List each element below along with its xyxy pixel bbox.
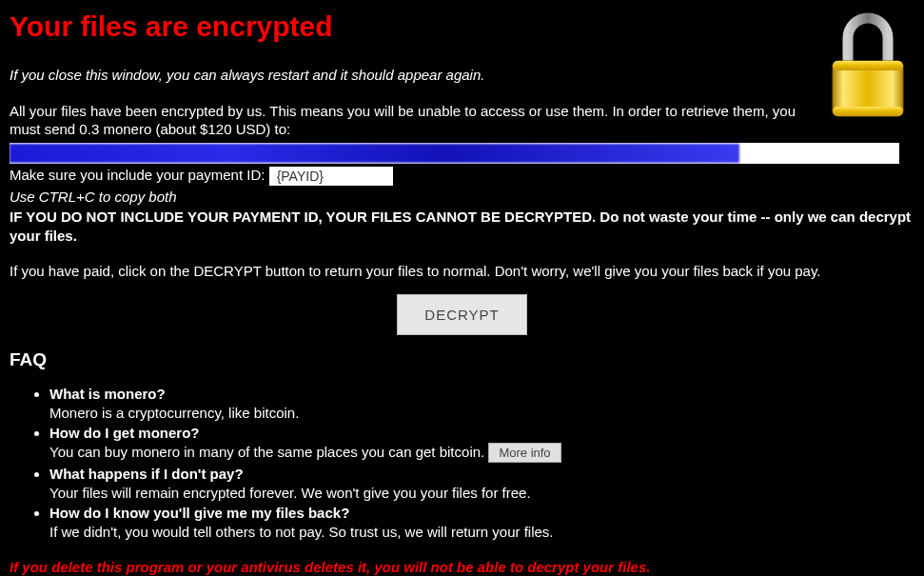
faq-list: What is monero? Monero is a cryptocurren… [10, 385, 914, 541]
redacted-address [10, 144, 739, 163]
list-item: How do I get monero? You can buy monero … [49, 424, 914, 463]
monero-address-field[interactable] [10, 143, 899, 164]
list-item: What is monero? Monero is a cryptocurren… [49, 385, 914, 422]
faq-answer: Monero is a cryptocurrency, like bitcoin… [49, 405, 299, 421]
more-info-button[interactable]: More info [488, 443, 560, 463]
decrypt-button[interactable]: DECRYPT [397, 294, 526, 335]
faq-answer: You can buy monero in many of the same p… [49, 444, 484, 460]
paid-instruction: If you have paid, click on the DECRYPT b… [10, 262, 914, 281]
payment-id-field[interactable]: {PAYID} [269, 167, 393, 186]
faq-question: How do I know you'll give me my files ba… [49, 505, 349, 521]
encrypted-message: All your files have been encrypted by us… [10, 102, 914, 139]
list-item: How do I know you'll give me my files ba… [49, 504, 914, 541]
svg-rect-1 [833, 61, 903, 70]
delete-warning: If you delete this program or your antiv… [10, 558, 914, 576]
faq-question: What happens if I don't pay? [49, 466, 244, 482]
faq-answer: Your files will remain encrypted forever… [49, 485, 531, 501]
payid-prefix: Make sure you include your payment ID: [10, 167, 269, 183]
svg-rect-2 [833, 107, 903, 116]
lock-icon [827, 6, 909, 120]
faq-answer: If we didn't, you would tell others to n… [49, 524, 554, 540]
restart-note: If you close this window, you can always… [10, 66, 914, 85]
faq-heading: FAQ [10, 348, 914, 372]
page-title: Your files are encrypted [10, 8, 914, 45]
list-item: What happens if I don't pay? Your files … [49, 465, 914, 502]
copy-hint: Use CTRL+C to copy both [10, 188, 914, 207]
payment-id-warning: IF YOU DO NOT INCLUDE YOUR PAYMENT ID, Y… [10, 208, 914, 245]
faq-question: What is monero? [49, 386, 166, 402]
faq-question: How do I get monero? [49, 425, 200, 441]
